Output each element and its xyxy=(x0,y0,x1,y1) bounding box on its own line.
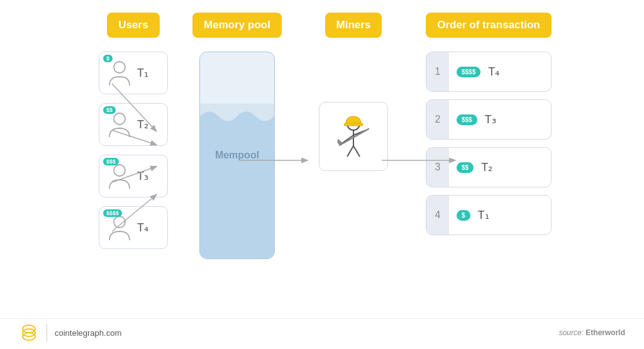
miners-header: Miners xyxy=(325,13,382,38)
svg-line-17 xyxy=(353,146,360,157)
order-dollar-4: $ xyxy=(457,210,470,221)
user-icon-wrap-2: $$ xyxy=(106,109,133,140)
user-card-4: $$$$ T₄ xyxy=(99,206,168,249)
order-tx-2: T₃ xyxy=(485,113,496,126)
svg-rect-11 xyxy=(344,123,363,126)
tx-label-2: T₂ xyxy=(137,118,148,131)
dollar-badge-4: $$$$ xyxy=(103,209,122,217)
order-tx-1: T₄ xyxy=(488,65,499,79)
order-dollar-3: $$ xyxy=(457,162,474,173)
order-dollar-2: $$$ xyxy=(457,114,477,125)
user-card-1: $ T₁ xyxy=(99,52,168,94)
footer-left: cointelegraph.com xyxy=(19,323,121,343)
svg-point-6 xyxy=(114,62,125,73)
mempool-water xyxy=(200,104,274,258)
order-number-3: 3 xyxy=(426,148,449,187)
miner-icon xyxy=(328,111,379,162)
source-name: Etherworld xyxy=(586,328,625,337)
miners-column: Miners xyxy=(313,13,394,171)
user-avatar-1 xyxy=(108,59,131,87)
user-avatar-4 xyxy=(108,214,131,241)
order-item-3: 3 $$ T₂ xyxy=(426,147,552,187)
order-content-1: $$$$ T₄ xyxy=(449,65,507,79)
order-item-2: 2 $$$ T₃ xyxy=(426,99,552,140)
tx-label-4: T₄ xyxy=(137,221,148,235)
order-item-1: 1 $$$$ T₄ xyxy=(426,52,552,92)
svg-point-7 xyxy=(114,113,125,125)
footer: cointelegraph.com source: Etherworld xyxy=(0,318,644,349)
source-label: source: xyxy=(559,328,584,337)
main-container: Users $ T₁ $$ xyxy=(0,0,644,349)
logo-icon xyxy=(19,323,39,343)
svg-line-16 xyxy=(347,146,353,157)
users-column: Users $ T₁ $$ xyxy=(92,13,174,258)
mempool-label: Mempool xyxy=(215,150,259,161)
user-avatar-3 xyxy=(108,162,131,190)
svg-point-9 xyxy=(114,216,125,228)
mempool-box: Mempool xyxy=(199,52,275,259)
order-tx-3: T₂ xyxy=(481,160,492,174)
user-icon-wrap-1: $ xyxy=(106,57,133,89)
order-number-2: 2 xyxy=(426,100,449,139)
dollar-badge-3: $$$ xyxy=(103,158,119,165)
user-icon-wrap-3: $$$ xyxy=(106,160,133,192)
users-header: Users xyxy=(107,13,159,38)
miner-box xyxy=(319,102,388,171)
user-avatar-2 xyxy=(108,111,131,138)
footer-source: source: Etherworld xyxy=(559,328,625,337)
wave-svg xyxy=(200,104,274,123)
svg-point-8 xyxy=(114,165,125,176)
dollar-badge-1: $ xyxy=(103,55,113,62)
footer-logo xyxy=(19,323,39,343)
footer-site: cointelegraph.com xyxy=(55,328,121,338)
tx-label-1: T₁ xyxy=(137,66,148,80)
mempool-header: Memory pool xyxy=(192,13,282,38)
order-tx-4: T₁ xyxy=(478,208,489,222)
order-content-2: $$$ T₃ xyxy=(449,113,504,126)
tx-label-3: T₃ xyxy=(137,169,148,183)
user-card-2: $$ T₂ xyxy=(99,103,168,146)
order-number-1: 1 xyxy=(426,52,449,91)
order-item-4: 4 $ T₁ xyxy=(426,195,552,235)
order-content-3: $$ T₂ xyxy=(449,160,500,174)
dollar-badge-2: $$ xyxy=(103,106,116,114)
content-area: Users $ T₁ $$ xyxy=(0,0,644,318)
order-number-4: 4 xyxy=(426,196,449,235)
order-column: Order of transaction 1 $$$$ T₄ 2 $$$ T₃ … xyxy=(426,13,552,243)
order-content-4: $ T₁ xyxy=(449,208,497,222)
order-header: Order of transaction xyxy=(426,13,551,38)
mempool-column: Memory pool Mempool xyxy=(193,13,281,259)
user-icon-wrap-4: $$$$ xyxy=(106,212,133,243)
order-dollar-1: $$$$ xyxy=(457,67,480,77)
user-card-3: $$$ T₃ xyxy=(99,155,168,197)
footer-divider xyxy=(47,324,47,341)
